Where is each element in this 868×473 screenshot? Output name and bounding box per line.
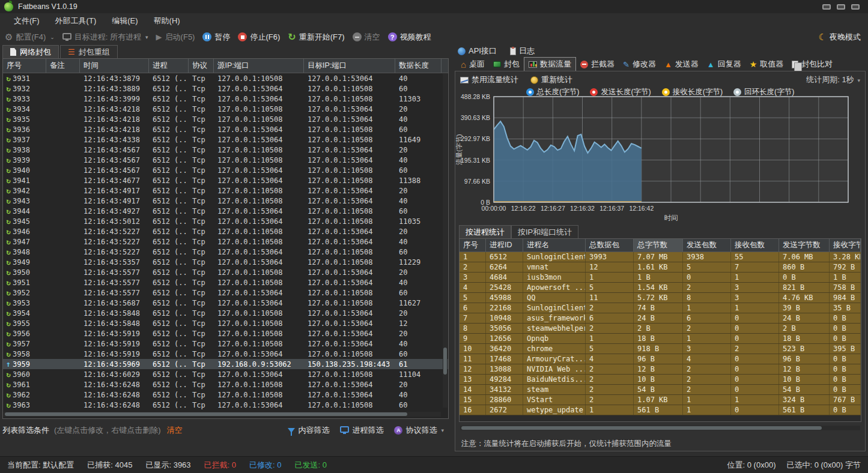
table-row[interactable]: ↻394812:16:43:52276512 (...Tcp127.0.0.1:… [3, 247, 448, 257]
table-row[interactable]: 425428Apowersoft ...51.54 KB23821 B758 B [460, 283, 861, 293]
table-row[interactable]: ↑395912:16:43:59696512 (...Tcp192.168.0.… [3, 359, 448, 369]
column-header[interactable]: 总字节数 [634, 239, 683, 252]
table-row[interactable]: ↻394112:16:43:46776512 (...Tcp127.0.0.1:… [3, 175, 448, 185]
tab-stats-by-ip-port[interactable]: 按IP和端口统计 [511, 225, 578, 238]
table-row[interactable]: ↻395612:16:43:59196512 (...Tcp127.0.0.1:… [3, 328, 448, 339]
table-row[interactable]: ↻394612:16:43:52276512 (...Tcp127.0.0.1:… [3, 226, 448, 237]
table-row[interactable]: ↻393212:16:43:38896512 (...Tcp127.0.0.1:… [3, 83, 448, 94]
column-header[interactable]: 总数据包 [586, 239, 634, 252]
tab-packet-compare[interactable]: 封包比对 [788, 58, 837, 71]
tab-network-packets[interactable]: 网络封包 [2, 45, 59, 58]
column-header[interactable]: 协议 [189, 59, 214, 73]
table-row[interactable]: ↻393412:16:43:42186512 (...Tcp127.0.0.1:… [3, 104, 448, 114]
packet-table-hscrollbar[interactable] [4, 412, 441, 417]
column-header[interactable]: 进程 [149, 59, 189, 73]
protocol-filter-button[interactable]: A 协议筛选 ▾ [394, 425, 444, 436]
stat-period-dropdown[interactable]: 统计周期: 1秒 ▾ [806, 74, 860, 85]
table-row[interactable]: ↻394412:16:43:49276512 (...Tcp127.0.0.1:… [3, 206, 448, 216]
packet-table-vscrollbar[interactable] [443, 74, 448, 408]
table-row[interactable]: ↻393812:16:43:45676512 (...Tcp127.0.0.1:… [3, 145, 448, 155]
minimize-button[interactable] [822, 4, 831, 10]
column-header[interactable]: 备注 [46, 59, 80, 73]
table-row[interactable]: 1349284BaiduNetdis...210 B2010 B0 B [460, 375, 861, 385]
table-row[interactable]: 1036420chrome5918 B32523 B395 B [460, 344, 861, 354]
table-row[interactable]: ↻396312:16:43:62486512 (...Tcp127.0.0.1:… [3, 400, 448, 410]
table-row[interactable]: 1213088NVIDIA Web ...212 B2012 B0 B [460, 364, 861, 375]
close-button[interactable] [851, 4, 860, 10]
video-tutorial-button[interactable]: ? 视频教程 [388, 32, 431, 43]
table-row[interactable]: ↻393312:16:43:39996512 (...Tcp127.0.0.1:… [3, 94, 448, 104]
menu-file[interactable]: 文件(F) [6, 14, 47, 28]
column-header[interactable]: 发送包数 [683, 239, 731, 252]
clear-button[interactable]: 清空 [353, 32, 380, 43]
column-header[interactable]: 接收字节 [830, 239, 861, 252]
column-header[interactable]: 时间 [80, 59, 149, 73]
column-header[interactable]: 接收包数 [731, 239, 779, 252]
filter-clear-button[interactable]: 清空 [167, 425, 183, 436]
tab-packets[interactable]: 封包 [489, 58, 524, 71]
tab-api[interactable]: API接口 [458, 46, 497, 56]
maximize-button[interactable] [837, 4, 845, 10]
column-header[interactable]: 序号 [460, 239, 486, 252]
table-row[interactable]: ↻395312:16:43:56876512 (...Tcp127.0.0.1:… [3, 298, 448, 308]
table-row[interactable]: 26264vmnat121.61 KB57860 B792 B [460, 262, 861, 273]
table-row[interactable]: ↻395512:16:43:58486512 (...Tcp127.0.0.1:… [3, 318, 448, 328]
start-button[interactable]: ▶ 启动(F5) [156, 32, 195, 43]
table-row[interactable]: 835056steamwebhelper22 B202 B0 B [460, 324, 861, 334]
table-row[interactable]: ↻396012:16:43:60296512 (...Tcp127.0.0.1:… [3, 369, 448, 379]
table-row[interactable]: ↻394312:16:43:49176512 (...Tcp127.0.0.1:… [3, 196, 448, 206]
table-row[interactable]: ↻396212:16:43:62486512 (...Tcp127.0.0.1:… [3, 390, 448, 400]
table-row[interactable]: ↻394912:16:43:53576512 (...Tcp127.0.0.1:… [3, 257, 448, 267]
column-header[interactable]: 目标IP:端口 [304, 59, 395, 73]
restart-button[interactable]: ↻ 重新开始(F7) [288, 32, 344, 43]
table-row[interactable]: ↻395812:16:43:59196512 (...Tcp127.0.0.1:… [3, 349, 448, 359]
column-header[interactable]: 进程ID [486, 239, 523, 252]
tab-value-extractor[interactable]: ★取值器 [745, 58, 788, 71]
table-row[interactable]: 622168SunloginClient274 B1139 B35 B [460, 303, 861, 313]
table-row[interactable]: 710948asus_framework624 B6024 B0 B [460, 313, 861, 324]
config-button[interactable]: ⚙ 配置(F4)⌄ [5, 32, 55, 43]
table-row[interactable]: ↻393912:16:43:45676512 (...Tcp127.0.0.1:… [3, 155, 448, 165]
table-row[interactable]: ↻394512:16:43:50126512 (...Tcp127.0.0.1:… [3, 216, 448, 226]
menu-help[interactable]: 帮助(H) [146, 14, 188, 28]
process-filter-button[interactable]: 进程筛选 [340, 425, 383, 436]
menu-edit[interactable]: 编辑(E) [104, 14, 145, 28]
stop-button[interactable]: 停止(F6) [238, 32, 280, 43]
disable-traffic-stats-button[interactable]: 禁用流量统计 [460, 74, 518, 85]
tab-replier[interactable]: ▲回复器 [703, 58, 745, 71]
table-row[interactable]: ↻396112:16:43:62486512 (...Tcp127.0.0.1:… [3, 379, 448, 390]
column-header[interactable]: 源IP:端口 [214, 59, 304, 73]
tab-packet-reassembly[interactable]: ☰ 封包重组 [60, 45, 118, 58]
pause-button[interactable]: 暂停 [202, 32, 230, 43]
column-header[interactable]: 进程名 [523, 239, 586, 252]
tab-data-traffic[interactable]: 数据流量 [524, 57, 576, 71]
tab-interceptor[interactable]: 拦截器 [576, 58, 619, 71]
table-row[interactable]: ↻395112:16:43:55776512 (...Tcp127.0.0.1:… [3, 277, 448, 288]
table-row[interactable]: ↻395012:16:43:55776512 (...Tcp127.0.0.1:… [3, 267, 448, 277]
table-row[interactable]: 1117468ArmouryCrat...496 B4096 B0 B [460, 354, 861, 364]
night-mode-toggle[interactable]: ☾ 夜晚模式 [819, 32, 861, 43]
content-filter-button[interactable]: 内容筛选 [288, 425, 329, 436]
table-row[interactable]: ↻394212:16:43:49176512 (...Tcp127.0.0.1:… [3, 185, 448, 196]
table-row[interactable]: ↻395412:16:43:58486512 (...Tcp127.0.0.1:… [3, 308, 448, 318]
table-row[interactable]: ↻393712:16:43:43386512 (...Tcp127.0.0.1:… [3, 134, 448, 145]
table-row[interactable]: ↻395212:16:43:55776512 (...Tcp127.0.0.1:… [3, 288, 448, 298]
target-process-button[interactable]: 目标进程: 所有进程▾ [62, 32, 148, 43]
table-row[interactable]: ↻393612:16:43:42186512 (...Tcp127.0.0.1:… [3, 124, 448, 134]
table-row[interactable]: 1434132steam254 B2054 B0 B [460, 385, 861, 395]
tab-stats-by-process[interactable]: 按进程统计 [459, 225, 511, 238]
stats-table-hscrollbar[interactable] [460, 426, 860, 430]
restat-button[interactable]: 重新统计 [530, 74, 572, 85]
table-row[interactable]: ↻394012:16:43:45676512 (...Tcp127.0.0.1:… [3, 165, 448, 175]
tab-modifier[interactable]: ✎修改器 [619, 58, 660, 71]
table-row[interactable]: ↻395712:16:43:59196512 (...Tcp127.0.0.1:… [3, 339, 448, 349]
table-row[interactable]: 912656Opnqb118 B1018 B0 B [460, 334, 861, 344]
table-row[interactable]: 545988QQ115.72 KB834.76 KB984 B [460, 293, 861, 303]
table-row[interactable]: 34684iusb3mon11 B010 B1 B [460, 273, 861, 283]
table-row[interactable]: 162672wetype_update1561 B10561 B0 B [460, 405, 861, 415]
tab-log[interactable]: 日志 [510, 46, 535, 56]
table-row[interactable]: 16512SunloginClient39937.07 MB3938557.06… [460, 252, 861, 262]
tab-sender[interactable]: ▲发送器 [660, 58, 703, 71]
table-row[interactable]: ↻393112:16:43:38796512 (...Tcp127.0.0.1:… [3, 73, 448, 83]
table-row[interactable]: 1528860VStart21.07 KB11324 B767 B [460, 395, 861, 405]
